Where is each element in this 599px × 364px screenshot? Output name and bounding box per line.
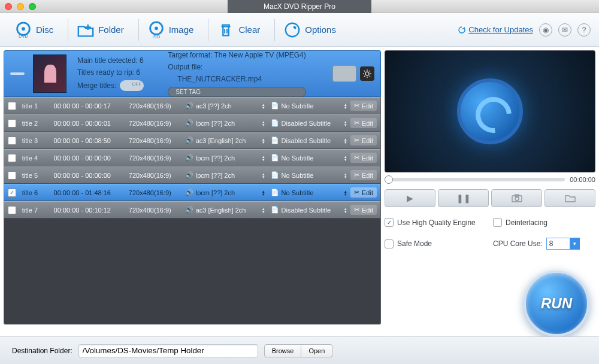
title-resolution: 720x480(16:9) bbox=[129, 207, 185, 214]
title-time: 00:00:00 - 00:00:17 bbox=[54, 102, 129, 110]
title-time: 00:00:00 - 00:00:00 bbox=[54, 172, 129, 179]
title-name: title 1 bbox=[22, 102, 54, 110]
title-checkbox[interactable] bbox=[8, 206, 16, 214]
destination-input[interactable] bbox=[78, 344, 258, 357]
edit-button[interactable]: ✂Edit bbox=[350, 170, 377, 180]
run-button[interactable]: RUN bbox=[524, 271, 589, 336]
subtitle-doc-icon: 📄 bbox=[271, 136, 279, 144]
edit-button[interactable]: ✂Edit bbox=[350, 135, 377, 145]
folder-icon bbox=[565, 194, 576, 202]
svg-point-1 bbox=[22, 27, 25, 31]
title-row[interactable]: title 200:00:00 - 00:00:01720x480(16:9)🔊… bbox=[4, 114, 380, 132]
title-row[interactable]: title 300:00:00 - 00:08:50720x480(16:9)🔊… bbox=[4, 132, 380, 149]
camera-icon bbox=[512, 194, 522, 202]
collapse-button[interactable] bbox=[10, 72, 25, 75]
edit-button[interactable]: ✂Edit bbox=[350, 187, 377, 198]
subtitle-select[interactable]: Disabled Subtitle bbox=[282, 120, 350, 127]
title-row[interactable]: ✓title 600:00:00 - 01:48:16720x480(16:9)… bbox=[4, 184, 380, 201]
edit-button[interactable]: ✂Edit bbox=[350, 101, 377, 111]
audio-select[interactable]: 🔊lpcm [??] 2ch bbox=[185, 154, 268, 162]
title-resolution: 720x480(16:9) bbox=[129, 172, 185, 179]
open-button[interactable]: Open bbox=[301, 344, 332, 357]
title-checkbox[interactable] bbox=[8, 136, 16, 145]
title-row[interactable]: title 700:00:00 - 00:10:12720x480(16:9)🔊… bbox=[4, 201, 380, 219]
title-checkbox[interactable] bbox=[8, 119, 16, 128]
help-icon[interactable]: ? bbox=[577, 23, 591, 37]
set-tag-button[interactable]: SET TAG bbox=[168, 87, 305, 97]
options-button[interactable]: Options bbox=[277, 17, 342, 43]
title-time: 00:00:00 - 01:48:16 bbox=[54, 189, 129, 196]
speaker-icon: 🔊 bbox=[185, 102, 193, 110]
scissors-icon: ✂ bbox=[354, 189, 359, 196]
check-updates-link[interactable]: Check for Updates bbox=[458, 25, 533, 34]
subtitle-select[interactable]: No Subtitle bbox=[282, 172, 350, 179]
title-checkbox[interactable] bbox=[8, 154, 16, 162]
browse-button[interactable]: Browse bbox=[264, 344, 302, 357]
audio-select[interactable]: 🔊ac3 [English] 2ch bbox=[185, 206, 268, 214]
open-folder-button[interactable] bbox=[544, 189, 595, 207]
window-controls bbox=[5, 3, 36, 10]
title-time: 00:00:00 - 00:10:12 bbox=[54, 207, 129, 214]
audio-select[interactable]: 🔊lpcm [??] 2ch bbox=[185, 119, 268, 127]
speaker-icon: 🔊 bbox=[185, 136, 193, 144]
preview-timeline[interactable] bbox=[385, 178, 565, 181]
title-row[interactable]: title 400:00:00 - 00:00:00720x480(16:9)🔊… bbox=[4, 149, 380, 166]
pause-button[interactable]: ❚❚ bbox=[438, 189, 489, 207]
cpu-core-select[interactable]: 8 ▾ bbox=[546, 238, 580, 250]
title-name: title 4 bbox=[22, 154, 54, 162]
account-icon[interactable]: ◉ bbox=[539, 23, 552, 37]
snapshot-button[interactable] bbox=[491, 189, 542, 207]
clear-button[interactable]: Clear bbox=[211, 17, 266, 43]
mail-icon[interactable]: ✉ bbox=[558, 23, 571, 37]
wrench-icon bbox=[283, 21, 301, 39]
subtitle-select[interactable]: Disabled Subtitle bbox=[282, 137, 350, 144]
toolbar: DVD Disc Folder ISO Image Clear Options … bbox=[0, 13, 599, 47]
trash-icon bbox=[217, 21, 235, 39]
subtitle-select[interactable]: No Subtitle bbox=[282, 189, 350, 196]
svg-text:ISO: ISO bbox=[152, 34, 160, 39]
title-row[interactable]: title 100:00:00 - 00:00:17720x480(16:9)🔊… bbox=[4, 97, 380, 114]
edit-button[interactable]: ✂Edit bbox=[350, 118, 377, 128]
play-button[interactable]: ▶ bbox=[385, 189, 435, 207]
subtitle-select[interactable]: No Subtitle bbox=[282, 102, 350, 110]
svg-point-9 bbox=[515, 197, 519, 201]
preview-timecode: 00:00:00 bbox=[570, 176, 595, 183]
disc-button[interactable]: DVD Disc bbox=[8, 17, 59, 43]
merge-toggle[interactable] bbox=[120, 80, 144, 91]
hq-engine-checkbox[interactable] bbox=[385, 218, 394, 227]
title-name: title 5 bbox=[22, 172, 54, 179]
safe-mode-checkbox[interactable] bbox=[385, 239, 394, 248]
settings-gear-button[interactable] bbox=[360, 66, 374, 81]
maximize-icon[interactable] bbox=[29, 3, 36, 10]
title-resolution: 720x480(16:9) bbox=[129, 102, 185, 110]
title-checkbox[interactable] bbox=[8, 171, 16, 180]
edit-button[interactable]: ✂Edit bbox=[350, 153, 377, 163]
bottom-bar: Destination Folder: Browse Open bbox=[0, 336, 599, 364]
dvd-info-header: Main title detected: 6 Titles ready to r… bbox=[4, 50, 381, 97]
subtitle-select[interactable]: Disabled Subtitle bbox=[282, 207, 350, 214]
image-button[interactable]: ISO Image bbox=[141, 17, 200, 43]
title-row[interactable]: title 500:00:00 - 00:00:00720x480(16:9)🔊… bbox=[4, 166, 380, 184]
audio-select[interactable]: 🔊ac3 [English] 2ch bbox=[185, 136, 268, 144]
scissors-icon: ✂ bbox=[354, 136, 359, 144]
minimize-icon[interactable] bbox=[17, 3, 24, 10]
title-checkbox[interactable]: ✓ bbox=[8, 189, 16, 197]
close-icon[interactable] bbox=[5, 3, 12, 10]
deinterlacing-checkbox[interactable] bbox=[493, 218, 502, 227]
chevron-down-icon: ▾ bbox=[570, 238, 580, 250]
svg-point-6 bbox=[286, 23, 300, 37]
audio-select[interactable]: 🔊ac3 [??] 2ch bbox=[185, 102, 268, 110]
scissors-icon: ✂ bbox=[354, 206, 359, 214]
merge-label: Merge titles: bbox=[77, 81, 116, 90]
disc-icon: DVD bbox=[14, 21, 32, 39]
subtitle-doc-icon: 📄 bbox=[271, 119, 279, 127]
audio-select[interactable]: 🔊lpcm [??] 2ch bbox=[185, 189, 268, 196]
edit-button[interactable]: ✂Edit bbox=[350, 205, 377, 215]
folder-button[interactable]: Folder bbox=[71, 17, 130, 43]
title-name: title 7 bbox=[22, 207, 54, 214]
subtitle-select[interactable]: No Subtitle bbox=[282, 154, 350, 162]
title-list: title 100:00:00 - 00:00:17720x480(16:9)🔊… bbox=[4, 97, 381, 324]
title-checkbox[interactable] bbox=[8, 102, 16, 110]
output-file-name: THE_NUTCRACKER.mp4 bbox=[168, 75, 305, 83]
audio-select[interactable]: 🔊lpcm [??] 2ch bbox=[185, 171, 268, 179]
